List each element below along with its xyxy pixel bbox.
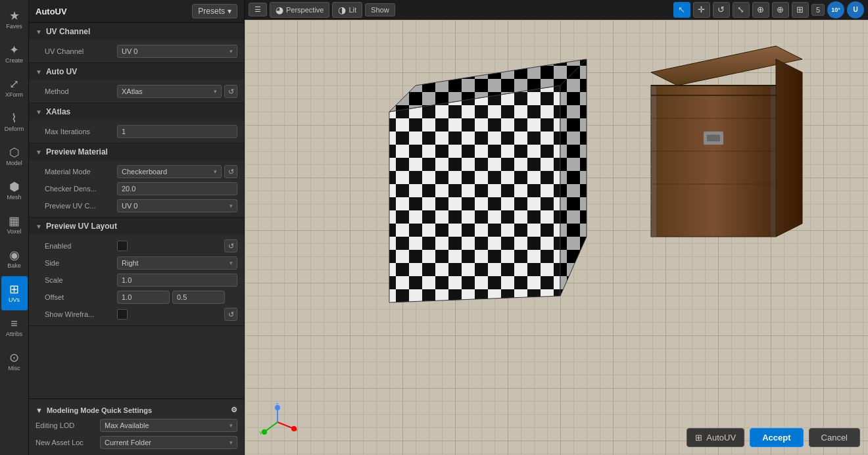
scale-control <box>117 274 237 287</box>
viewport[interactable]: ☰ ◕ Perspective ◑ Lit Show ↖ ✛ ↺ ⤡ <box>245 0 868 455</box>
side-dropdown-arrow: ▾ <box>229 260 233 266</box>
mesh-icon: ⬢ <box>9 181 20 193</box>
select-tool-button[interactable]: ↖ <box>673 2 690 18</box>
side-dropdown[interactable]: Right ▾ <box>117 256 237 270</box>
presets-button[interactable]: Presets ▾ <box>192 4 237 18</box>
material-mode-label: Material Mode <box>45 168 117 176</box>
show-wireframe-reset-button[interactable]: ↺ <box>224 308 237 321</box>
sidebar-item-faves[interactable]: ★ Faves <box>1 3 28 37</box>
angle-badge[interactable]: 10° <box>827 1 844 18</box>
bake-icon: ◉ <box>9 249 20 261</box>
scale-input[interactable] <box>117 274 237 287</box>
preview-uv-c-label: Preview UV C... <box>45 202 117 210</box>
scale-tool-button[interactable]: ⤡ <box>733 2 750 18</box>
svg-text:Z: Z <box>276 402 279 408</box>
checker-dens-input[interactable] <box>117 182 237 195</box>
cancel-button[interactable]: Cancel <box>809 428 860 447</box>
xatlas-section: ▼ XAtlas Max Iterations <box>29 103 244 143</box>
checker-svg <box>356 39 600 316</box>
sidebar-item-misc[interactable]: ⊙ Misc <box>1 345 28 379</box>
preview-uv-layout-content: Enabled ↺ Side Right ▾ Scale <box>29 235 244 325</box>
svg-marker-12 <box>560 59 587 296</box>
viewport-bottom-bar: ⊞ AutoUV Accept Cancel <box>687 428 860 447</box>
accept-button[interactable]: Accept <box>750 428 803 447</box>
xyz-gizmo[interactable]: X Y Z <box>258 402 297 442</box>
sidebar-item-voxel[interactable]: ▦ Voxel <box>1 208 28 242</box>
xatlas-section-label: XAtlas <box>46 107 70 116</box>
hamburger-icon: ☰ <box>254 5 261 14</box>
select-icon: ↖ <box>678 5 685 14</box>
sidebar-label-xform: XForm <box>5 91 23 98</box>
sidebar-item-uvs[interactable]: ⊞ UVs <box>1 276 28 310</box>
preview-material-section-header[interactable]: ▼ Preview Material <box>29 143 244 160</box>
sidebar-item-attribs[interactable]: ≡ Attribs <box>1 310 28 345</box>
preview-uv-c-dropdown[interactable]: UV 0 ▾ <box>117 199 237 212</box>
panel-header: AutoUV Presets ▾ <box>29 0 244 23</box>
editing-lod-dropdown[interactable]: Max Available ▾ <box>100 419 237 432</box>
autouv-status-label: ⊞ AutoUV <box>687 428 744 447</box>
material-mode-reset-button[interactable]: ↺ <box>224 165 237 178</box>
preview-uv-c-dropdown-arrow: ▾ <box>229 203 233 209</box>
uv-channel-section-header[interactable]: ▼ UV Channel <box>29 23 244 40</box>
show-button[interactable]: Show <box>365 3 395 16</box>
svg-text:X: X <box>295 427 297 433</box>
grid-snap-button[interactable]: ⊞ <box>792 2 809 18</box>
show-wireframe-checkbox[interactable] <box>117 309 128 320</box>
sidebar-item-bake[interactable]: ◉ Bake <box>1 242 28 276</box>
preview-uv-layout-section-header[interactable]: ▼ Preview UV Layout <box>29 218 244 235</box>
uv-channel-dropdown[interactable]: UV 0 ▾ <box>117 45 237 58</box>
scale-label: Scale <box>45 276 117 284</box>
enabled-reset-button[interactable]: ↺ <box>224 239 237 252</box>
create-icon: ✦ <box>9 44 19 56</box>
show-wireframe-control: ↺ <box>117 308 237 321</box>
preview-uv-layout-collapse-icon: ▼ <box>36 223 42 230</box>
offset-y-input[interactable] <box>172 291 225 304</box>
max-iterations-label: Max Iterations <box>45 128 117 135</box>
user-avatar[interactable]: U <box>847 1 864 18</box>
sidebar-item-create[interactable]: ✦ Create <box>1 37 28 71</box>
sidebar-item-model[interactable]: ⬡ Model <box>1 139 28 174</box>
side-value: Right <box>122 259 139 267</box>
lit-button[interactable]: ◑ Lit <box>332 2 362 18</box>
grid-count-badge[interactable]: 5 <box>811 4 825 16</box>
hamburger-menu-button[interactable]: ☰ <box>249 3 267 16</box>
preview-material-section: ▼ Preview Material Material Mode Checker… <box>29 143 244 218</box>
voxel-icon: ▦ <box>9 215 20 227</box>
enabled-control: ↺ <box>117 239 237 252</box>
new-asset-loc-dropdown[interactable]: Current Folder ▾ <box>100 436 237 449</box>
preview-uv-c-value: UV 0 <box>122 202 137 210</box>
svg-line-25 <box>277 422 294 429</box>
modeling-mode-header[interactable]: ▼ Modeling Mode Quick Settings ⚙ <box>29 403 244 417</box>
sidebar-item-mesh[interactable]: ⬢ Mesh <box>1 174 28 208</box>
settings-gear-icon[interactable]: ⚙ <box>231 406 237 414</box>
sidebar-item-deform[interactable]: ⌇ Deform <box>1 105 28 139</box>
faves-icon: ★ <box>9 10 20 22</box>
new-asset-loc-label: New Asset Loc <box>36 439 95 446</box>
auto-uv-section-header[interactable]: ▼ Auto UV <box>29 63 244 80</box>
transform-tool-button[interactable]: ⊕ <box>752 2 769 18</box>
side-row: Side Right ▾ <box>29 254 244 272</box>
offset-label: Offset <box>45 293 117 301</box>
offset-x-input[interactable] <box>117 291 170 304</box>
xatlas-section-header[interactable]: ▼ XAtlas <box>29 103 244 120</box>
properties-panel: AutoUV Presets ▾ ▼ UV Channel UV Channel… <box>29 0 245 455</box>
sidebar-item-xform[interactable]: ⤢ XForm <box>1 71 28 105</box>
xatlas-collapse-icon: ▼ <box>36 108 42 116</box>
svg-rect-14 <box>651 85 776 237</box>
misc-icon: ⊙ <box>9 352 19 364</box>
material-mode-dropdown[interactable]: Checkerboard ▾ <box>117 165 222 178</box>
preview-uv-layout-section-label: Preview UV Layout <box>46 222 117 231</box>
enabled-checkbox[interactable] <box>117 241 128 251</box>
viewport-toolbar: ☰ ◕ Perspective ◑ Lit Show ↖ ✛ ↺ ⤡ <box>245 0 868 20</box>
rotate-tool-button[interactable]: ↺ <box>713 2 730 18</box>
scale-icon: ⤡ <box>737 5 744 14</box>
world-grid-button[interactable]: ⊕ <box>772 2 789 18</box>
perspective-button[interactable]: ◕ Perspective <box>270 2 329 18</box>
uv-channel-content: UV Channel UV 0 ▾ <box>29 40 244 62</box>
method-reset-button[interactable]: ↺ <box>224 85 237 98</box>
auto-uv-section-label: Auto UV <box>46 67 77 76</box>
lit-icon: ◑ <box>338 5 346 15</box>
move-tool-button[interactable]: ✛ <box>693 2 710 18</box>
method-dropdown[interactable]: XAtlas ▾ <box>117 85 222 98</box>
max-iterations-input[interactable] <box>117 125 237 138</box>
